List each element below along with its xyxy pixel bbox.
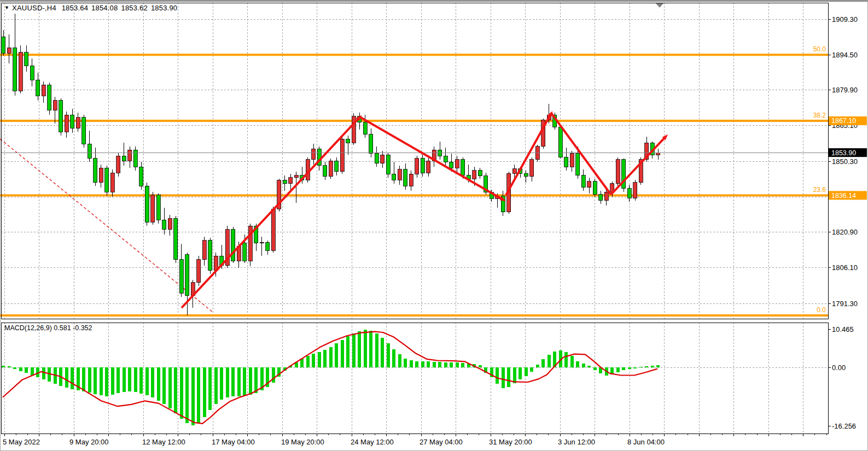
macd-bar — [203, 367, 206, 417]
macd-bar — [375, 333, 378, 367]
candle-body-up — [19, 52, 22, 91]
macd-bar — [111, 367, 114, 395]
candle-body-down — [48, 85, 51, 110]
candle-body-down — [208, 241, 212, 271]
macd-bar — [622, 367, 625, 370]
candle-body-down — [13, 48, 17, 91]
macd-bar — [82, 367, 85, 391]
candle-body-up — [53, 101, 57, 110]
macd-bar — [335, 343, 338, 367]
macd-bar — [94, 367, 97, 394]
macd-bar — [519, 367, 522, 379]
macd-bar — [450, 362, 453, 367]
fib-label-0.0: 0.0 — [817, 306, 826, 314]
candle-body-up — [76, 118, 80, 128]
macd-bar — [536, 365, 539, 367]
candle-body-up — [168, 219, 172, 230]
candle-body-up — [381, 155, 385, 163]
candle-body-up — [116, 156, 120, 173]
candle-body-down — [105, 168, 109, 192]
candle-body-up — [340, 139, 344, 171]
macd-bar — [226, 367, 229, 397]
fib-label-38.2: 38.2 — [813, 112, 826, 119]
time-axis-label: 3 Jun 12:00 — [558, 438, 595, 446]
candle-body-down — [2, 37, 5, 53]
macd-bar — [456, 362, 459, 367]
low-value: 1853.62 — [121, 4, 147, 12]
macd-bar — [433, 362, 436, 367]
macd-bar — [145, 367, 149, 395]
macd-bar — [593, 367, 597, 370]
macd-bar — [645, 366, 648, 367]
price-badge-text: 1867.10 — [831, 117, 856, 125]
macd-bar — [387, 343, 390, 367]
macd-bar — [582, 364, 585, 367]
macd-bar — [157, 367, 160, 401]
candle-body-down — [363, 122, 367, 134]
macd-bar — [185, 367, 189, 423]
macd-bar — [13, 367, 16, 369]
candle-body-down — [283, 180, 287, 184]
macd-bar — [8, 366, 11, 367]
macd-bar — [513, 367, 516, 383]
macd-bar — [318, 352, 321, 367]
candle-body-down — [122, 156, 126, 161]
candle-body-up — [151, 195, 155, 222]
macd-bar — [249, 367, 252, 395]
candle-body-up — [306, 160, 310, 180]
candle-body-up — [455, 160, 459, 168]
candle-body-down — [139, 167, 143, 186]
macd-bar — [633, 367, 637, 368]
macd-bar — [656, 365, 660, 367]
macd-bar — [570, 356, 574, 367]
macd-bar — [162, 367, 166, 404]
macd-bar — [496, 367, 499, 384]
macd-bar — [168, 367, 172, 408]
macd-bar — [220, 367, 223, 400]
candle-body-down — [450, 162, 453, 168]
candle-body-up — [530, 160, 534, 177]
macd-bar — [616, 367, 620, 372]
candle-body-down — [231, 230, 235, 261]
price-axis-label: 1806.10 — [832, 263, 858, 272]
macd-bar — [116, 367, 120, 393]
candle-body-down — [174, 219, 178, 260]
macd-bar — [231, 367, 235, 396]
price-axis-label: 1820.90 — [832, 228, 858, 236]
candle-body-down — [323, 166, 327, 177]
macd-bar — [312, 354, 315, 367]
price-axis-label: 1791.30 — [832, 300, 858, 308]
candle-body-down — [581, 175, 585, 188]
candle-body-up — [42, 85, 45, 96]
fib-label-50.0: 50.0 — [813, 45, 826, 53]
macd-bar — [358, 331, 361, 367]
macd-axis-label: 10.465 — [832, 325, 854, 333]
macd-bar — [65, 367, 68, 388]
candle-body-down — [82, 118, 86, 144]
time-axis-label: 5 May 2022 — [3, 438, 40, 446]
chart-canvas[interactable]: 50.038.223.60.01909.301894.501879.901865… — [0, 0, 868, 451]
candle-body-down — [156, 195, 160, 220]
candle-body-down — [421, 159, 424, 173]
macd-bar — [530, 367, 533, 372]
time-axis-label: 8 Jun 04:00 — [627, 438, 665, 446]
candle-body-up — [587, 181, 591, 188]
time-axis-label: 24 May 12:00 — [351, 438, 394, 446]
macd-bar — [100, 367, 103, 395]
macd-bar — [243, 367, 246, 396]
candle-body-up — [616, 160, 620, 184]
candle-body-up — [535, 147, 539, 160]
time-axis-label: 27 May 04:00 — [420, 438, 463, 446]
price-axis-label: 1850.30 — [832, 157, 858, 166]
price-axis-label: 1909.30 — [832, 15, 858, 24]
candle-body-up — [128, 150, 132, 161]
candle-body-up — [512, 169, 516, 174]
candle-body-down — [369, 134, 373, 154]
macd-bar — [651, 366, 654, 367]
candle-body-down — [392, 174, 396, 180]
macd-bar — [369, 331, 372, 367]
macd-bar — [352, 333, 356, 367]
candle-body-up — [352, 116, 356, 143]
candle-body-down — [346, 139, 350, 143]
macd-bar — [42, 367, 45, 379]
